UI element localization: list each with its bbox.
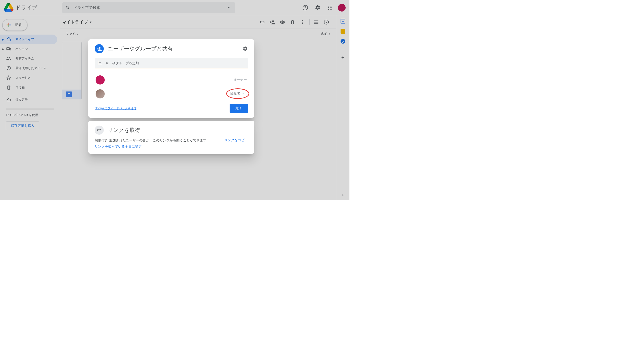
delete-icon[interactable]	[288, 17, 297, 27]
search-bar[interactable]	[62, 2, 235, 13]
svg-point-7	[328, 9, 329, 10]
share-icon[interactable]	[268, 17, 277, 27]
add-app-icon[interactable]: +	[341, 54, 344, 61]
buy-storage-button[interactable]: 保存容量を購入	[6, 122, 40, 130]
sidebar-item-trash[interactable]: ゴミ箱	[0, 82, 57, 92]
help-icon[interactable]	[300, 3, 310, 12]
chevron-right-icon: ▶	[2, 48, 5, 50]
chevron-right-icon: ▶	[2, 38, 5, 41]
drive-logo-icon	[4, 3, 14, 12]
svg-point-13	[302, 20, 303, 21]
drive-icon	[6, 36, 12, 42]
info-icon[interactable]	[322, 17, 331, 27]
add-people-input[interactable]	[98, 61, 244, 65]
share-settings-icon[interactable]	[242, 46, 248, 52]
more-icon[interactable]	[298, 17, 308, 27]
link-icon	[95, 126, 104, 135]
search-icon	[65, 5, 70, 10]
cloud-icon	[6, 97, 12, 103]
collapse-rail-icon[interactable]	[341, 193, 345, 197]
view-list-icon[interactable]	[312, 17, 321, 27]
svg-point-1	[328, 6, 329, 6]
column-name[interactable]: 名前 ↑	[321, 32, 330, 36]
docs-icon	[66, 92, 72, 97]
svg-point-14	[302, 22, 303, 22]
sort-arrow-icon: ↑	[329, 32, 330, 36]
share-dialog: ユーザーやグループと共有 オーナー 編集者 Google にフィードバックを送信…	[88, 40, 254, 118]
people-icon	[6, 56, 12, 62]
link-restriction-text: 制限付き 追加されたユーザーのみが、このリンクから開くことができます	[95, 138, 220, 143]
role-dropdown[interactable]: 編集者	[228, 91, 247, 97]
sidebar-item-computers[interactable]: ▶ パソコン	[0, 44, 57, 54]
trash-icon	[6, 84, 12, 90]
sidebar-item-shared[interactable]: 共有アイテム	[0, 54, 57, 64]
plus-icon	[6, 22, 12, 28]
sidebar-item-mydrive[interactable]: ▶ マイドライブ	[0, 34, 57, 44]
chevron-down-icon: ▼	[89, 21, 92, 24]
change-link-access[interactable]: リンクを知っている全員に変更	[95, 144, 142, 148]
share-person-owner: オーナー	[95, 73, 248, 87]
app-name: ドライブ	[15, 4, 38, 11]
sidebar-item-storage[interactable]: 保存容量	[0, 95, 57, 105]
avatar	[96, 89, 105, 98]
person-add-icon	[95, 44, 104, 53]
settings-icon[interactable]	[313, 3, 322, 12]
svg-point-8	[330, 9, 330, 10]
search-input[interactable]	[74, 6, 225, 10]
share-person-editor: 編集者	[95, 87, 248, 101]
column-file: ファイル	[66, 32, 321, 36]
svg-rect-10	[7, 48, 10, 50]
get-link-dialog: リンクを取得 制限付き 追加されたユーザーのみが、このリンクから開くことができま…	[88, 121, 254, 154]
apps-icon[interactable]	[326, 3, 335, 12]
calendar-app-icon[interactable]	[340, 19, 345, 24]
sidebar-item-starred[interactable]: スター付き	[0, 73, 57, 82]
get-link-title: リンクを取得	[108, 126, 248, 134]
get-link-icon[interactable]	[258, 17, 267, 27]
storage-usage-text: 15 GB 中 92 KB を使用	[6, 113, 54, 117]
done-button[interactable]: 完了	[230, 104, 248, 113]
svg-point-9	[332, 9, 332, 10]
chevron-down-icon	[242, 92, 245, 96]
svg-point-5	[330, 7, 330, 8]
share-dialog-title: ユーザーやグループと共有	[108, 45, 239, 52]
owner-role-label: オーナー	[234, 78, 247, 82]
keep-app-icon[interactable]	[340, 29, 345, 34]
account-avatar[interactable]	[338, 4, 346, 12]
avatar	[96, 76, 105, 84]
devices-icon	[6, 46, 12, 52]
tasks-app-icon[interactable]	[340, 39, 345, 44]
new-button-label: 新規	[15, 23, 22, 27]
svg-point-2	[330, 6, 330, 6]
feedback-link[interactable]: Google にフィードバックを送信	[95, 106, 136, 110]
search-options-icon[interactable]	[225, 5, 232, 10]
preview-icon[interactable]	[278, 17, 287, 27]
storage-bar	[6, 108, 54, 110]
svg-point-6	[332, 7, 332, 8]
new-button[interactable]: 新規	[2, 19, 28, 31]
sidebar-item-recent[interactable]: 最近使用したアイテム	[0, 64, 57, 73]
copy-link-button[interactable]: リンクをコピー	[224, 138, 248, 142]
svg-point-3	[332, 6, 332, 6]
clock-icon	[6, 65, 12, 71]
star-icon	[6, 75, 12, 81]
svg-point-4	[328, 7, 329, 8]
add-people-input-wrap[interactable]	[95, 58, 248, 69]
file-tile-selected[interactable]	[62, 90, 82, 99]
breadcrumb[interactable]: マイドライブ ▼	[62, 19, 92, 25]
svg-rect-11	[10, 48, 10, 50]
svg-point-15	[302, 23, 303, 24]
